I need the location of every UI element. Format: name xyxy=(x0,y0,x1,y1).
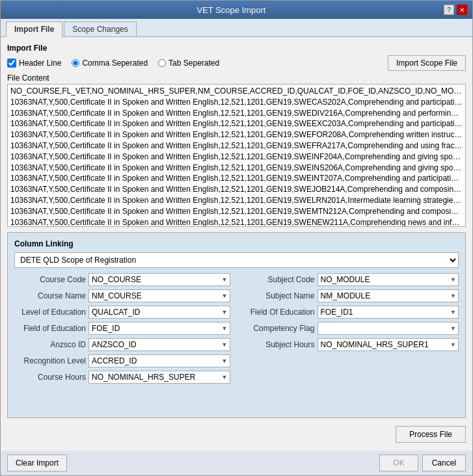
column-linking-title: Column Linking xyxy=(14,239,459,248)
tab-radio-text: Tab Seperated xyxy=(169,59,219,68)
file-line-12: 10363NAT,Y,500,Certificate II in Spoken … xyxy=(10,217,463,227)
file-line-1: 10363NAT,Y,500,Certificate II in Spoken … xyxy=(10,97,463,108)
anzsco-id-select[interactable]: ANZSCO_ID xyxy=(88,338,230,351)
field-row-subject-code: Subject Code NO_MODULE xyxy=(243,273,459,286)
course-code-wrapper: NO_COURSE xyxy=(88,273,230,286)
recognition-level-select[interactable]: ACCRED_ID xyxy=(88,354,230,367)
field-row-field-of-education: Field of Education FOE_ID xyxy=(14,322,230,335)
file-content-label: File Content xyxy=(7,73,466,83)
field-row-subject-hours: Subject Hours NO_NOMINAL_HRS_SUPER1 xyxy=(243,338,459,351)
recognition-level-wrapper: ACCRED_ID xyxy=(88,354,230,367)
main-content: Import File Header Line Comma Seperated … xyxy=(1,37,472,451)
subject-hours-label: Subject Hours xyxy=(243,340,315,349)
field-row-course-name: Course Name NM_COURSE xyxy=(14,289,230,302)
field-row-course-code: Course Code NO_COURSE xyxy=(14,273,230,286)
course-name-wrapper: NM_COURSE xyxy=(88,289,230,302)
close-button[interactable]: ✕ xyxy=(457,5,467,15)
recognition-level-label: Recognition Level xyxy=(14,356,86,365)
left-fields: Course Code NO_COURSE Course Name NM_COU… xyxy=(14,273,230,384)
ok-button[interactable]: OK xyxy=(379,455,418,471)
header-line-text: Header Line xyxy=(19,59,61,68)
field-row-anzsco-id: Anzsco ID ANZSCO_ID xyxy=(14,338,230,351)
course-name-select[interactable]: NM_COURSE xyxy=(88,289,230,302)
dialog: VET Scope Import ? ✕ Import File Scope C… xyxy=(0,0,473,476)
course-hours-wrapper: NO_NOMINAL_HRS_SUPER xyxy=(88,371,230,384)
tab-radio[interactable] xyxy=(158,59,166,67)
course-hours-label: Course Hours xyxy=(14,373,86,382)
process-file-button[interactable]: Process File xyxy=(396,426,466,443)
subject-name-label: Subject Name xyxy=(243,291,315,300)
import-file-section: Import File Header Line Comma Seperated … xyxy=(7,44,466,227)
right-fields: Subject Code NO_MODULE Subject Name NM_M… xyxy=(243,273,459,384)
field-row-recognition-level: Recognition Level ACCRED_ID xyxy=(14,354,230,367)
field-of-education-select[interactable]: FOE_ID xyxy=(88,322,230,335)
clear-import-button[interactable]: Clear Import xyxy=(7,455,67,471)
scope-dropdown[interactable]: DETE QLD Scope of Registration xyxy=(14,252,459,268)
file-line-7: 10363NAT,Y,500,Certificate II in Spoken … xyxy=(10,163,463,174)
cancel-button[interactable]: Cancel xyxy=(422,455,466,471)
process-row: Process File xyxy=(7,423,466,444)
import-scope-button[interactable]: Import Scope File xyxy=(388,55,466,71)
anzsco-id-label: Anzsco ID xyxy=(14,340,86,349)
course-code-label: Course Code xyxy=(14,275,86,284)
subject-code-wrapper: NO_MODULE xyxy=(318,273,459,286)
field-row-field-of-education2: Field Of Education FOE_ID1 xyxy=(243,306,459,319)
title-buttons: ? ✕ xyxy=(444,5,467,15)
field-of-education2-select[interactable]: FOE_ID1 xyxy=(318,306,459,319)
file-line-10: 10363NAT,Y,500,Certificate II in Spoken … xyxy=(10,195,463,206)
file-line-2: 10363NAT,Y,500,Certificate II in Spoken … xyxy=(10,108,463,119)
file-line-6: 10363NAT,Y,500,Certificate II in Spoken … xyxy=(10,152,463,163)
file-line-0: NO_COURSE,FL_VET,NO_NOMINAL_HRS_SUPER,NM… xyxy=(10,86,463,97)
subject-hours-select[interactable]: NO_NOMINAL_HRS_SUPER1 xyxy=(318,338,459,351)
competency-flag-label: Competency Flag xyxy=(243,324,315,333)
help-button[interactable]: ? xyxy=(444,5,454,15)
field-row-course-hours: Course Hours NO_NOMINAL_HRS_SUPER xyxy=(14,371,230,384)
field-of-education2-label: Field Of Education xyxy=(243,308,315,317)
subject-code-select[interactable]: NO_MODULE xyxy=(318,273,459,286)
header-line-checkbox[interactable] xyxy=(7,59,16,68)
course-hours-select[interactable]: NO_NOMINAL_HRS_SUPER xyxy=(88,371,230,384)
competency-flag-select[interactable] xyxy=(318,322,459,335)
column-linking-section: Column Linking DETE QLD Scope of Registr… xyxy=(7,232,466,418)
file-line-3: 10363NAT,Y,500,Certificate II in Spoken … xyxy=(10,118,463,129)
field-of-education-label: Field of Education xyxy=(14,324,86,333)
file-line-4: 10363NAT,Y,500,Certificate II in Spoken … xyxy=(10,129,463,140)
file-line-11: 10363NAT,Y,500,Certificate II in Spoken … xyxy=(10,206,463,217)
field-row-competency-flag: Competency Flag xyxy=(243,322,459,335)
subject-code-label: Subject Code xyxy=(243,275,315,284)
field-row-level-of-education: Level of Education QUALCAT_ID xyxy=(14,306,230,319)
level-of-education-wrapper: QUALCAT_ID xyxy=(88,306,230,319)
file-line-9: 10363NAT,Y,500,Certificate II in Spoken … xyxy=(10,184,463,195)
tab-import-file[interactable]: Import File xyxy=(6,21,62,37)
dialog-title: VET Scope Import xyxy=(19,5,444,15)
tab-radio-label[interactable]: Tab Seperated xyxy=(158,59,219,68)
comma-radio[interactable] xyxy=(72,59,79,67)
course-name-label: Course Name xyxy=(14,291,86,300)
radio-group: Comma Seperated Tab Seperated xyxy=(72,59,377,68)
tabs: Import File Scope Changes xyxy=(1,19,472,37)
file-line-8: 10363NAT,Y,500,Certificate II in Spoken … xyxy=(10,173,463,184)
competency-flag-wrapper xyxy=(318,322,459,335)
field-of-education2-wrapper: FOE_ID1 xyxy=(318,306,459,319)
subject-name-wrapper: NM_MODULE xyxy=(318,289,459,302)
comma-radio-text: Comma Seperated xyxy=(82,59,148,68)
subject-hours-wrapper: NO_NOMINAL_HRS_SUPER1 xyxy=(318,338,459,351)
tab-scope-changes[interactable]: Scope Changes xyxy=(64,21,136,36)
footer-buttons: Clear Import OK Cancel xyxy=(1,451,472,475)
field-of-education-wrapper: FOE_ID xyxy=(88,322,230,335)
subject-name-select[interactable]: NM_MODULE xyxy=(318,289,459,302)
footer-left: Clear Import xyxy=(7,455,375,471)
import-options: Header Line Comma Seperated Tab Seperate… xyxy=(7,55,466,71)
footer-right: OK Cancel xyxy=(379,455,466,471)
comma-radio-label[interactable]: Comma Seperated xyxy=(72,59,148,68)
field-row-subject-name: Subject Name NM_MODULE xyxy=(243,289,459,302)
file-content-box[interactable]: NO_COURSE,FL_VET,NO_NOMINAL_HRS_SUPER,NM… xyxy=(7,84,466,227)
course-code-select[interactable]: NO_COURSE xyxy=(88,273,230,286)
anzsco-id-wrapper: ANZSCO_ID xyxy=(88,338,230,351)
header-line-label[interactable]: Header Line xyxy=(7,59,61,68)
title-bar: VET Scope Import ? ✕ xyxy=(1,1,472,19)
import-file-title: Import File xyxy=(7,44,466,53)
level-of-education-label: Level of Education xyxy=(14,308,86,317)
level-of-education-select[interactable]: QUALCAT_ID xyxy=(88,306,230,319)
file-line-5: 10363NAT,Y,500,Certificate II in Spoken … xyxy=(10,140,463,152)
